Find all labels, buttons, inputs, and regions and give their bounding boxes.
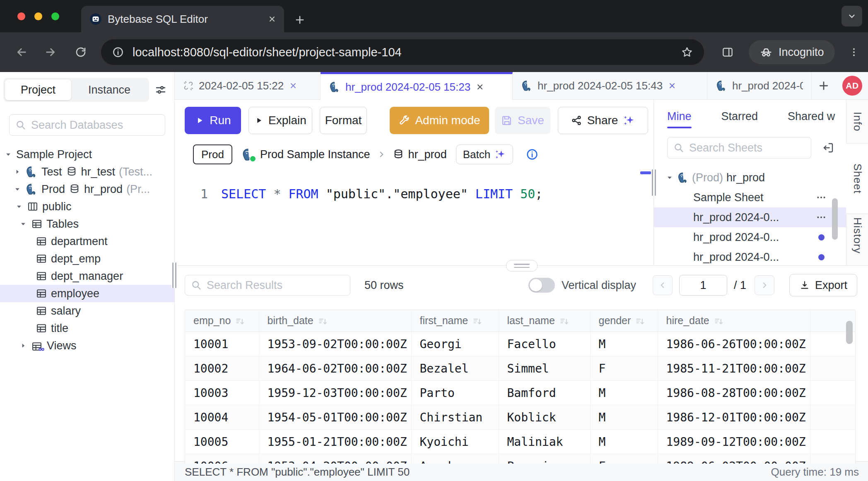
sql-code[interactable]: SELECT*FROM"public"."employee"LIMIT50; [221, 187, 542, 201]
tree-item-table-dept-manager[interactable]: dept_manager [0, 267, 174, 285]
url-text[interactable]: localhost:8080/sql-editor/sheet/project-… [133, 46, 673, 59]
col-header-last-name[interactable]: last_name [499, 310, 590, 332]
sql-editor[interactable]: 1 SELECT*FROM"public"."employee"LIMIT50; [175, 168, 653, 265]
database-name[interactable]: hr_prod [408, 148, 447, 161]
tree-item-table-dept-emp[interactable]: dept_emp [0, 250, 174, 267]
reload-icon[interactable] [75, 46, 87, 58]
editor-tab-4[interactable]: hr_prod 2024-0 [707, 72, 812, 99]
table-row[interactable]: 10002 1964-06-02T00:00:00Z Bezalel Simme… [185, 356, 855, 381]
cell[interactable]: Koblick [499, 405, 590, 430]
results-resize-handle[interactable] [506, 260, 538, 272]
cell[interactable]: M [590, 430, 658, 454]
tab-shared[interactable]: Shared w [788, 110, 835, 123]
editor-tab-3[interactable]: hr_prod 2024-02-05 15:43 [513, 72, 707, 99]
bookmark-star-icon[interactable] [681, 46, 693, 58]
cell[interactable]: 10005 [185, 430, 259, 454]
cell[interactable]: 10003 [185, 381, 259, 405]
table-row[interactable]: 10001 1953-09-02T00:00:00Z Georgi Facell… [185, 332, 855, 356]
caret-down-icon[interactable] [15, 202, 23, 211]
tab-starred[interactable]: Starred [721, 110, 758, 123]
next-page-button[interactable] [755, 275, 774, 295]
cell[interactable]: Simmel [499, 356, 590, 381]
caret-down-icon[interactable] [19, 220, 27, 228]
tree-item-table-title[interactable]: title [0, 320, 174, 337]
tab-project[interactable]: Project [5, 79, 71, 100]
cell[interactable]: Preusig [499, 454, 590, 464]
editor-tab-1[interactable]: 2024-02-05 15:22 [175, 72, 321, 99]
sidebar-resize-handle[interactable] [171, 262, 177, 288]
cell[interactable]: 1986-06-26T00:00:00Z [658, 332, 810, 356]
instance-name[interactable]: Prod Sample Instance [260, 148, 370, 161]
search-databases-input[interactable] [9, 114, 165, 136]
share-button[interactable]: Share [558, 107, 648, 134]
sheet-group-prod-hr-prod[interactable]: (Prod) hr_prod [654, 168, 846, 188]
save-button[interactable]: Save [495, 107, 550, 134]
explain-button[interactable]: Explain [248, 107, 312, 134]
caret-right-icon[interactable] [19, 342, 27, 350]
close-window-button[interactable] [17, 12, 25, 20]
tree-item-table-department[interactable]: department [0, 233, 174, 250]
cell[interactable]: Kyoichi [411, 430, 499, 454]
new-sheet-tab-button[interactable] [812, 72, 836, 99]
cell[interactable]: Chirstian [411, 405, 499, 430]
tree-item-views[interactable]: Views [0, 337, 174, 354]
cell[interactable]: 10002 [185, 356, 259, 381]
rail-tab-sheet[interactable]: Sheet [846, 144, 868, 214]
tree-item-table-employee[interactable]: employee [0, 285, 174, 302]
tree-item-test-db[interactable]: Test hr_test (Test... [0, 163, 174, 180]
close-icon[interactable] [289, 81, 298, 90]
sort-icon[interactable] [635, 316, 646, 327]
table-row[interactable]: 10003 1959-12-03T00:00:00Z Parto Bamford… [185, 381, 855, 405]
cell[interactable]: Anneke [411, 454, 499, 464]
sheet-menu-icon[interactable] [815, 212, 827, 223]
table-row[interactable]: 10004 1954-05-01T00:00:00Z Chirstian Kob… [185, 405, 855, 430]
connection-info-button[interactable] [526, 148, 539, 161]
sheet-item-selected[interactable]: hr_prod 2024-0... [654, 207, 846, 227]
caret-down-icon[interactable] [665, 173, 674, 182]
tree-item-schema-public[interactable]: public [0, 198, 174, 215]
sheet-list-scrollbar[interactable] [832, 198, 838, 240]
code-line[interactable]: 1 SELECT*FROM"public"."employee"LIMIT50; [175, 184, 653, 203]
cell[interactable]: Bezalel [411, 356, 499, 381]
cell[interactable]: 1955-01-21T00:00:00Z [259, 430, 411, 454]
cell[interactable]: F [590, 356, 658, 381]
tree-item-table-salary[interactable]: salary [0, 302, 174, 320]
minimize-window-button[interactable] [34, 12, 42, 20]
panel-resize-handle[interactable] [651, 169, 657, 196]
forward-icon[interactable] [44, 46, 57, 59]
close-icon[interactable] [475, 82, 485, 91]
cell[interactable]: 1986-08-28T00:00:00Z [658, 381, 810, 405]
cell[interactable]: 1964-06-02T00:00:00Z [259, 356, 411, 381]
back-icon[interactable] [15, 46, 28, 59]
admin-mode-button[interactable]: Admin mode [390, 107, 489, 134]
col-header-gender[interactable]: gender [590, 310, 658, 332]
browser-menu-icon[interactable] [848, 46, 860, 58]
filter-settings-icon[interactable] [154, 84, 167, 96]
caret-right-icon[interactable] [13, 168, 22, 176]
sheet-menu-icon[interactable] [815, 192, 827, 203]
cell[interactable]: 10006 [185, 454, 259, 464]
cell[interactable]: F [590, 454, 658, 464]
cell[interactable]: 10004 [185, 405, 259, 430]
prev-page-button[interactable] [653, 275, 673, 295]
cell[interactable]: Bamford [499, 381, 590, 405]
close-icon[interactable] [668, 81, 677, 90]
cell[interactable]: M [590, 381, 658, 405]
rail-tab-history[interactable]: History [846, 214, 868, 265]
avatar[interactable]: AD [842, 76, 862, 96]
tab-search-button[interactable] [841, 6, 862, 26]
cell[interactable]: Maliniak [499, 430, 590, 454]
col-header-birth-date[interactable]: birth_date [259, 310, 411, 332]
cell[interactable]: 1989-06-02T00:00:00Z [658, 454, 810, 464]
maximize-window-button[interactable] [51, 12, 59, 20]
cell[interactable]: Facello [499, 332, 590, 356]
cell[interactable]: 1989-09-12T00:00:00Z [658, 430, 810, 454]
sheet-item[interactable]: hr_prod 2024-0... [654, 227, 846, 247]
cell[interactable]: 1953-04-20T00:00:00Z [259, 454, 411, 464]
sort-icon[interactable] [318, 316, 328, 327]
side-panel-icon[interactable] [721, 46, 734, 58]
caret-down-icon[interactable] [13, 185, 22, 193]
run-button[interactable]: Run [185, 107, 241, 134]
sheet-item-sample-sheet[interactable]: Sample Sheet [654, 188, 846, 207]
tree-item-prod-db[interactable]: Prod hr_prod (Pr... [0, 180, 174, 198]
